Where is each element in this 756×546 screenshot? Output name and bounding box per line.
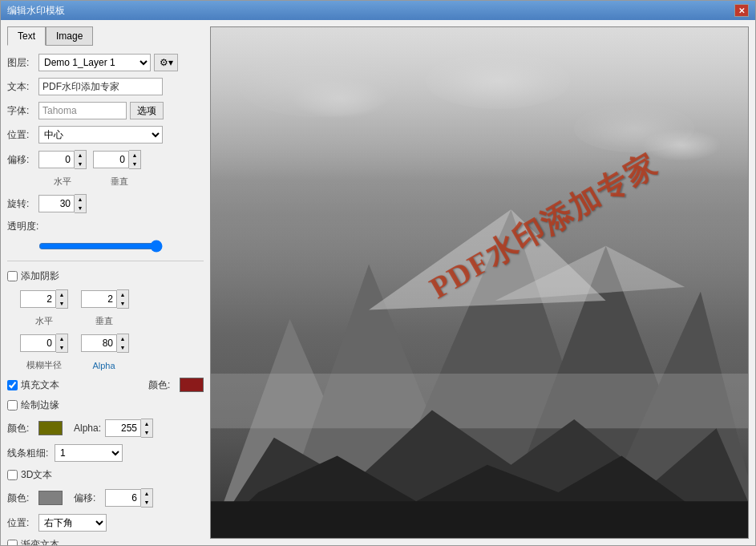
shadow-v-spinner: ▲ ▼: [81, 289, 129, 309]
alpha-up[interactable]: ▲: [117, 334, 128, 343]
mountains-svg: [211, 155, 748, 538]
shadow-label: 添加阴影: [21, 269, 59, 283]
fill-checkbox[interactable]: [7, 380, 18, 390]
text3d-offset-input[interactable]: [105, 489, 141, 507]
text3d-offset-up[interactable]: ▲: [141, 489, 152, 498]
close-button[interactable]: ✕: [734, 4, 749, 17]
shadow-checkbox[interactable]: [7, 271, 18, 281]
opacity-slider-row: [7, 238, 204, 254]
shadow-h-spinner: ▲ ▼: [20, 289, 68, 309]
shadow-h-label: 水平: [20, 315, 67, 327]
shadow-v-input[interactable]: [81, 290, 117, 308]
svg-rect-7: [211, 374, 748, 428]
offset-label: 偏移:: [7, 153, 35, 167]
text-row: 文本:: [7, 76, 204, 97]
shadow-row: 添加阴影: [7, 268, 204, 285]
text3d-color-box[interactable]: [38, 491, 63, 505]
offset-v-up[interactable]: ▲: [129, 151, 140, 160]
gear-button[interactable]: ⚙▾: [154, 54, 178, 71]
shadow-sublabels: 水平 垂直: [7, 313, 204, 329]
mountain-background: PDF水印添加专家: [211, 27, 748, 538]
text-input[interactable]: [38, 78, 163, 95]
shadow-h-down[interactable]: ▼: [56, 299, 67, 308]
alpha-spinner: ▲ ▼: [81, 334, 129, 353]
tab-image[interactable]: Image: [46, 26, 93, 46]
position-select[interactable]: 中心 左上角 右上角 左下角 右下角 平铺: [38, 126, 163, 144]
shadow-v-arrows: ▲ ▼: [117, 289, 129, 309]
offset-row: 偏移: ▲ ▼: [7, 148, 204, 171]
blur-input[interactable]: [20, 334, 56, 352]
text3d-checkbox[interactable]: [7, 470, 18, 480]
blur-arrows: ▲ ▼: [56, 334, 68, 353]
rotation-arrows: ▲ ▼: [75, 194, 87, 213]
stroke-alpha-up[interactable]: ▲: [141, 419, 152, 428]
stroke-alpha-input[interactable]: [105, 419, 141, 437]
rotation-down[interactable]: ▼: [75, 204, 86, 212]
font-input[interactable]: [38, 102, 127, 119]
offset-v-input[interactable]: [93, 151, 129, 168]
text-label: 文本:: [7, 80, 35, 94]
offset-section: ▲ ▼ ▲ ▼: [38, 150, 141, 169]
stroke-color-box[interactable]: [38, 421, 63, 435]
alpha-input[interactable]: [81, 334, 117, 352]
blur-label: 模糊半径: [20, 359, 67, 371]
layer-select[interactable]: Demo 1_Layer 1: [38, 54, 151, 71]
offset-h-up[interactable]: ▲: [75, 151, 86, 160]
preview-panel: PDF水印添加专家: [210, 26, 749, 539]
svg-rect-10: [211, 502, 748, 539]
gradient-checkbox[interactable]: [7, 540, 18, 545]
blur-down[interactable]: ▼: [56, 343, 67, 352]
font-options-button[interactable]: 选项: [130, 102, 164, 119]
offset-v-down[interactable]: ▼: [129, 160, 140, 168]
text3d-label: 3D文本: [21, 468, 52, 482]
text3d-offset-arrows: ▲ ▼: [141, 488, 153, 508]
offset-h-input[interactable]: [38, 151, 75, 168]
shadow-values-row: ▲ ▼ ▲ ▼: [7, 288, 204, 310]
rotation-up[interactable]: ▲: [75, 195, 86, 204]
stroke-alpha-down[interactable]: ▼: [141, 428, 152, 437]
offset-v-label: 垂直: [95, 176, 143, 188]
shadow-h-input[interactable]: [20, 290, 56, 308]
blur-up[interactable]: ▲: [56, 334, 67, 343]
rotation-label: 旋转:: [7, 197, 35, 211]
text3d-row: 3D文本: [7, 467, 204, 483]
fill-label: 填充文本: [21, 378, 59, 392]
shadow-h-up[interactable]: ▲: [56, 290, 67, 299]
fill-row: 填充文本 颜色:: [7, 376, 204, 394]
stroke-checkbox[interactable]: [7, 400, 18, 411]
left-panel: Text Image 图层: Demo 1_Layer 1 ⚙▾ 文本:: [7, 26, 204, 539]
shadow-h-arrows: ▲ ▼: [56, 289, 68, 309]
alpha-down[interactable]: ▼: [117, 343, 128, 352]
text3d-offset-down[interactable]: ▼: [141, 498, 152, 507]
opacity-label: 透明度:: [7, 220, 38, 233]
tab-text[interactable]: Text: [7, 26, 46, 46]
offset-h-down[interactable]: ▼: [75, 160, 86, 168]
fill-color-label: 颜色:: [148, 378, 176, 392]
fill-color-box[interactable]: [180, 378, 204, 392]
stroke-alpha-spinner: ▲ ▼: [105, 419, 153, 438]
stroke-color-label: 颜色:: [7, 422, 35, 435]
offset-v-group: ▲ ▼: [93, 150, 141, 169]
rotation-spinner: ▲ ▼: [38, 194, 87, 213]
cloud-top-overlay: [211, 27, 748, 180]
divider1: [7, 261, 204, 261]
font-row: 字体: 选项: [7, 100, 204, 121]
rotation-input[interactable]: [38, 195, 75, 212]
offset-h-label: 水平: [38, 176, 86, 188]
main-content: Text Image 图层: Demo 1_Layer 1 ⚙▾ 文本:: [1, 20, 755, 545]
opacity-slider[interactable]: [38, 240, 163, 253]
tab-bar: Text Image: [7, 26, 204, 46]
text3d-color-label: 颜色:: [7, 491, 35, 505]
offset-h-arrows: ▲ ▼: [75, 150, 87, 169]
text3d-pos-row: 位置: 右下角左上角左下角右上角: [7, 512, 204, 533]
text3d-pos-label: 位置:: [7, 516, 35, 530]
text3d-offset-spinner: ▲ ▼: [105, 488, 153, 508]
layer-label: 图层:: [7, 56, 35, 70]
shadow-v-down[interactable]: ▼: [117, 299, 128, 308]
offset-sublabels: 水平 垂直: [7, 174, 204, 189]
text3d-pos-select[interactable]: 右下角左上角左下角右上角: [38, 514, 107, 532]
shadow-v-up[interactable]: ▲: [117, 290, 128, 299]
stroke-label: 绘制边缘: [21, 398, 59, 412]
linewidth-select[interactable]: 1234: [55, 444, 123, 462]
stroke-alpha-label: Alpha:: [74, 423, 102, 434]
